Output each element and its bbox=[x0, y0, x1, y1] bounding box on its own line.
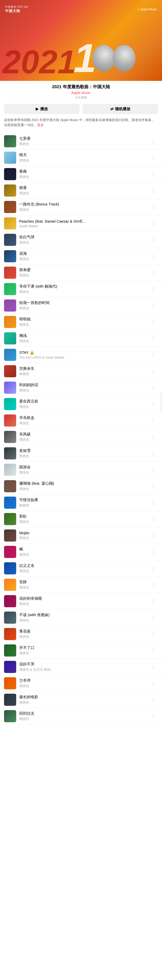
song-item[interactable]: 最长的电影 周杰伦 ⋮ bbox=[0, 692, 162, 708]
song-item[interactable]: 发如雪 周杰伦 ⋮ bbox=[0, 445, 162, 462]
song-item[interactable]: 半岛铁盒 周杰伦 ⋮ bbox=[0, 412, 162, 429]
song-item[interactable]: 稻香 周杰伦 ⋮ bbox=[0, 183, 162, 199]
song-item[interactable]: 说好不哭 周杰伦 & 五月天·阿信 ⋮ bbox=[0, 659, 162, 675]
song-item[interactable]: 给我一首歌的时间 周杰伦 ⋮ bbox=[0, 298, 162, 314]
song-item[interactable]: 回到过去 周杰伦 ⋮ bbox=[0, 708, 162, 724]
song-item[interactable]: 听妈妈的话 周杰伦 ⋮ bbox=[0, 380, 162, 396]
song-thumbnail bbox=[4, 398, 16, 410]
play-button[interactable]: ▶ 播放 bbox=[4, 104, 80, 114]
song-item[interactable]: 不该 (with 张惠妹) 周杰伦 ⋮ bbox=[0, 609, 162, 626]
more-options-button[interactable]: ⋮ bbox=[149, 432, 158, 442]
song-item[interactable]: 花海 周杰伦 ⋮ bbox=[0, 248, 162, 264]
song-thumbnail bbox=[4, 234, 16, 246]
more-options-button[interactable]: ⋮ bbox=[149, 416, 158, 425]
song-item[interactable]: 珊瑚海 (feat. 梁心颐) 周杰伦 ⋮ bbox=[0, 478, 162, 495]
more-options-button[interactable]: ⋮ bbox=[149, 514, 158, 524]
song-info: 晴天 周杰伦 bbox=[19, 153, 149, 163]
more-options-button[interactable]: ⋮ bbox=[149, 251, 158, 261]
song-item[interactable]: 明明就 周杰伦 ⋮ bbox=[0, 314, 162, 330]
song-item[interactable]: 以父之名 周杰伦 ⋮ bbox=[0, 560, 162, 577]
song-item[interactable]: 枫 周杰伦 ⋮ bbox=[0, 544, 162, 560]
song-info: Mojito 周杰伦 bbox=[19, 531, 149, 540]
more-options-button[interactable]: ⋮ bbox=[149, 235, 158, 245]
song-artist: 周杰伦 bbox=[19, 470, 149, 475]
more-options-button[interactable]: ⋮ bbox=[149, 679, 158, 688]
song-item[interactable]: 兰亭序 周杰伦 ⋮ bbox=[0, 675, 162, 692]
song-item[interactable]: 简单爱 周杰伦 ⋮ bbox=[0, 264, 162, 281]
more-options-button[interactable]: ⋮ bbox=[149, 284, 158, 294]
song-thumbnail bbox=[4, 267, 16, 279]
more-options-button[interactable]: ⋮ bbox=[149, 449, 158, 458]
song-item[interactable]: 说好的幸福呢 周杰伦 ⋮ bbox=[0, 593, 162, 609]
song-item[interactable]: 开不了口 周杰伦 ⋮ bbox=[0, 643, 162, 659]
scrollbar[interactable] bbox=[161, 392, 162, 412]
more-options-button[interactable]: ⋮ bbox=[149, 613, 158, 622]
song-thumbnail bbox=[4, 135, 16, 147]
more-options-button[interactable]: ⋮ bbox=[149, 563, 158, 573]
song-info: 珊瑚海 (feat. 梁心颐) 周杰伦 bbox=[19, 481, 149, 491]
more-options-button[interactable]: ⋮ bbox=[149, 662, 158, 672]
song-artist: 周杰伦 bbox=[19, 306, 149, 310]
song-thumbnail bbox=[4, 299, 16, 312]
song-item[interactable]: 夜曲 周杰伦 ⋮ bbox=[0, 166, 162, 183]
song-item[interactable]: 爱在西元前 周杰伦 ⋮ bbox=[0, 396, 162, 412]
more-options-button[interactable]: ⋮ bbox=[149, 498, 158, 508]
more-options-button[interactable]: ⋮ bbox=[149, 465, 158, 474]
song-item[interactable]: 搁浅 周杰伦 ⋮ bbox=[0, 330, 162, 347]
song-name: 搁浅 bbox=[19, 333, 149, 338]
song-item[interactable]: 青花瓷 周杰伦 ⋮ bbox=[0, 626, 162, 643]
more-options-button[interactable]: ⋮ bbox=[149, 202, 158, 212]
song-thumbnail bbox=[4, 349, 16, 361]
song-artist: 林俊杰 bbox=[19, 503, 149, 508]
song-item[interactable]: 告白气球 周杰伦 ⋮ bbox=[0, 232, 162, 248]
song-item[interactable]: 安静 周杰伦 ⋮ bbox=[0, 577, 162, 593]
more-options-button[interactable]: ⋮ bbox=[149, 646, 158, 655]
more-link[interactable]: 更多 bbox=[37, 123, 44, 127]
more-options-button[interactable]: ⋮ bbox=[149, 711, 158, 721]
more-options-button[interactable]: ⋮ bbox=[149, 547, 158, 557]
more-options-button[interactable]: ⋮ bbox=[149, 695, 158, 705]
more-options-button[interactable]: ⋮ bbox=[149, 383, 158, 393]
more-options-button[interactable]: ⋮ bbox=[149, 366, 158, 376]
more-options-button[interactable]: ⋮ bbox=[149, 169, 158, 179]
song-item[interactable]: 等你下课 (with 杨瑞代) 周杰伦 ⋮ bbox=[0, 281, 162, 298]
more-options-button[interactable]: ⋮ bbox=[149, 219, 158, 228]
song-artist: 周杰伦 bbox=[19, 175, 149, 179]
song-name: 简单爱 bbox=[19, 267, 149, 272]
more-options-button[interactable]: ⋮ bbox=[149, 531, 158, 540]
shuffle-button[interactable]: ⇄ 随机播放 bbox=[82, 104, 158, 114]
update-time: 今天更新 bbox=[52, 95, 110, 100]
song-item[interactable]: 彩虹 周杰伦 ⋮ bbox=[0, 511, 162, 527]
more-options-button[interactable]: ⋮ bbox=[149, 629, 158, 639]
more-options-button[interactable]: ⋮ bbox=[149, 597, 158, 606]
song-info: 园游会 周杰伦 bbox=[19, 465, 149, 475]
song-thumbnail bbox=[4, 316, 16, 328]
song-item[interactable]: 晴天 周杰伦 ⋮ bbox=[0, 150, 162, 166]
song-item[interactable]: Peaches (feat. Daniel Caesar & GIVĒ... J… bbox=[0, 215, 162, 232]
song-thumbnail bbox=[4, 168, 16, 180]
more-options-button[interactable]: ⋮ bbox=[149, 481, 158, 491]
more-options-button[interactable]: ⋮ bbox=[149, 268, 158, 277]
song-item[interactable]: 交换余生 林俊杰 ⋮ bbox=[0, 363, 162, 380]
song-item[interactable]: 可惜没如果 林俊杰 ⋮ bbox=[0, 495, 162, 511]
song-item[interactable]: 七里香 周杰伦 ⋮ bbox=[0, 133, 162, 150]
more-options-button[interactable]: ⋮ bbox=[149, 580, 158, 590]
song-item[interactable]: 东风破 周杰伦 ⋮ bbox=[0, 429, 162, 445]
song-info: 说好不哭 周杰伦 & 五月天·阿信 bbox=[19, 662, 149, 672]
more-options-button[interactable]: ⋮ bbox=[149, 399, 158, 409]
song-item[interactable]: 园游会 周杰伦 ⋮ bbox=[0, 462, 162, 478]
song-info: 简单爱 周杰伦 bbox=[19, 267, 149, 278]
more-options-button[interactable]: ⋮ bbox=[149, 153, 158, 162]
song-item[interactable]: Mojito 周杰伦 ⋮ bbox=[0, 527, 162, 544]
more-options-button[interactable]: ⋮ bbox=[149, 334, 158, 343]
song-item[interactable]: STAY 🔒 The Kid LAROI & Justin Bieber ⋮ bbox=[0, 347, 162, 363]
more-options-button[interactable]: ⋮ bbox=[149, 317, 158, 327]
song-info: 枫 周杰伦 bbox=[19, 547, 149, 557]
song-item[interactable]: 一路向北 (Bonus Track) 周杰伦 ⋮ bbox=[0, 199, 162, 215]
song-artist: 周杰伦 & 五月天·阿信 bbox=[19, 667, 149, 672]
song-name: 兰亭序 bbox=[19, 678, 149, 683]
more-options-button[interactable]: ⋮ bbox=[149, 186, 158, 195]
more-options-button[interactable]: ⋮ bbox=[149, 350, 158, 360]
more-options-button[interactable]: ⋮ bbox=[149, 301, 158, 310]
more-options-button[interactable]: ⋮ bbox=[149, 137, 158, 146]
